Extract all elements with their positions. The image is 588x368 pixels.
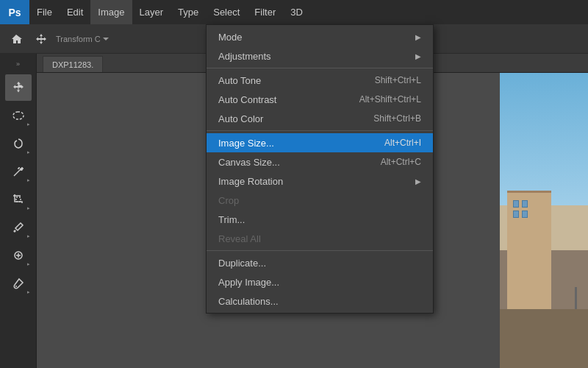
svg-rect-0 [13,112,24,119]
crop-tool-btn[interactable]: ▸ [5,186,32,213]
menubar: Ps File Edit Image Layer Type Select Fil… [0,0,588,24]
window-pane [513,210,519,218]
spot-heal-btn[interactable]: ▸ [5,242,32,269]
svg-point-11 [15,286,17,287]
menu-auto-color[interactable]: Auto Color Shift+Ctrl+B [207,109,433,128]
lasso-tool-btn[interactable]: ▸ [5,130,32,157]
menu-3d[interactable]: 3D [283,0,310,24]
transform-dropdown[interactable]: Transform C [56,35,109,43]
window-pane [522,200,528,208]
menu-auto-tone[interactable]: Auto Tone Shift+Ctrl+L [207,71,433,90]
menu-reveal-all: Reveal All [207,229,433,248]
marquee-tool-btn[interactable]: ▸ [5,102,32,129]
menu-duplicate[interactable]: Duplicate... [207,253,433,272]
menu-calculations[interactable]: Calculations... [207,291,433,311]
window-pane [513,200,519,208]
panel-expand-btn[interactable]: » [12,58,24,70]
menu-canvas-size[interactable]: Canvas Size... Alt+Ctrl+C [207,152,433,171]
menu-section-2: Auto Tone Shift+Ctrl+L Auto Contrast Alt… [207,68,433,131]
eyedropper-btn[interactable]: ▸ [5,214,32,241]
menu-crop: Crop [207,191,433,210]
svg-rect-7 [16,197,21,202]
menu-mode[interactable]: Mode ▶ [207,27,433,46]
building-windows [513,200,528,218]
ps-logo: Ps [0,0,29,24]
menu-filter[interactable]: Filter [247,0,283,24]
menu-edit[interactable]: Edit [60,0,90,24]
svg-line-1 [14,169,21,176]
svg-point-6 [20,168,23,171]
move-tool-btn[interactable] [5,74,32,101]
sky [500,73,588,205]
move-btn[interactable] [31,29,51,49]
ground [500,309,588,368]
image-preview [500,73,588,368]
menu-apply-image[interactable]: Apply Image... [207,272,433,291]
menu-image[interactable]: Image [90,0,132,24]
menu-section-4: Duplicate... Apply Image... Calculations… [207,251,433,313]
menu-image-size[interactable]: Image Size... Alt+Ctrl+I [207,133,433,152]
window-pane [522,210,528,218]
magic-wand-btn[interactable]: ▸ [5,158,32,185]
menu-select[interactable]: Select [206,0,247,24]
brush-btn[interactable]: ▸ [5,270,32,297]
menu-file[interactable]: File [29,0,60,24]
document-tab[interactable]: DXP11283. [43,56,103,72]
home-btn[interactable] [6,29,26,49]
menu-auto-contrast[interactable]: Auto Contrast Alt+Shift+Ctrl+L [207,90,433,109]
menu-adjustments[interactable]: Adjustments ▶ [207,46,433,66]
menu-trim[interactable]: Trim... [207,210,433,229]
menu-section-1: Mode ▶ Adjustments ▶ [207,25,433,68]
menu-section-3: Image Size... Alt+Ctrl+I Canvas Size... … [207,131,433,251]
image-dropdown-menu: Mode ▶ Adjustments ▶ Auto Tone Shift+Ctr… [206,24,434,314]
tool-panel: » ▸ ▸ [0,54,37,368]
menu-type[interactable]: Type [171,0,206,24]
svg-point-9 [13,230,15,233]
menu-image-rotation[interactable]: Image Rotation ▶ [207,171,433,191]
menu-layer[interactable]: Layer [132,0,171,24]
